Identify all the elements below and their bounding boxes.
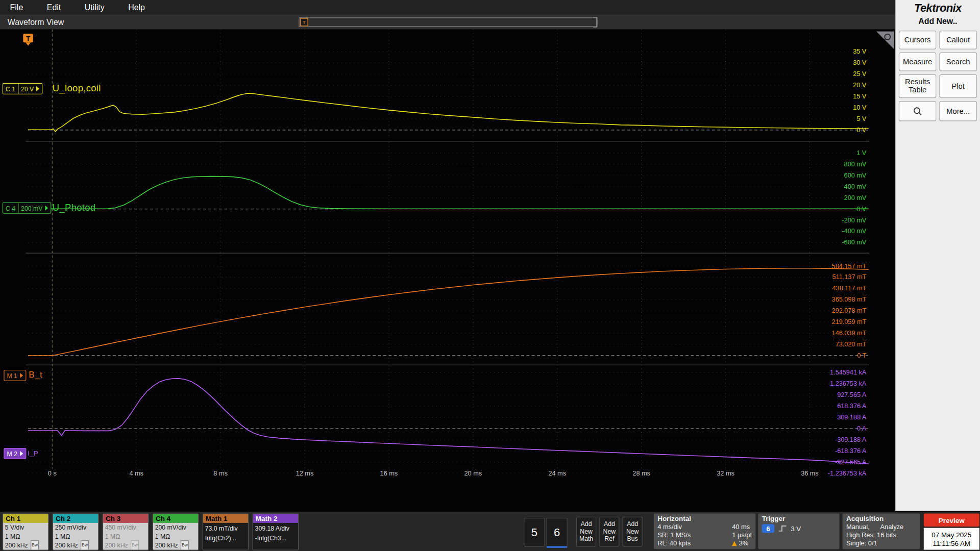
scale-label: 146.039 mT	[832, 330, 867, 337]
add-new-bus-button[interactable]: Add New Bus	[623, 517, 643, 547]
signal-label-bt: B_t	[29, 369, 42, 380]
add-new-ref-button[interactable]: Add New Ref	[599, 517, 619, 547]
menu-file[interactable]: File	[0, 3, 37, 12]
date-label: 07 May 2025	[932, 530, 971, 539]
scale-label: 584.157 mT	[832, 263, 867, 270]
channel-badge-row: 200 mV/div	[155, 523, 197, 532]
scale-label: 800 mV	[844, 161, 867, 168]
channel-badge-name: Math 1	[203, 514, 248, 523]
bandwidth-icon: Bw	[81, 540, 89, 550]
acquisition-panel[interactable]: Acquisition Manual, Analyze High Res: 16…	[843, 514, 920, 549]
group-button-5[interactable]: 5	[524, 518, 545, 546]
channel-badge-math-2[interactable]: Math 2309.18 A/div-Intg(Ch3...	[253, 514, 299, 550]
time-axis-label: 16 ms	[380, 470, 398, 477]
channel-badge-row: 73.0 mT/div	[205, 523, 247, 534]
scale-label: 309.188 A	[837, 414, 867, 421]
oscilloscope-screen: File Edit Utility Help Waveform View T 3…	[0, 0, 980, 551]
time-axis-label: 8 ms	[213, 470, 228, 477]
overview-endcap[interactable]	[593, 17, 597, 28]
scale-label: -400 mV	[842, 228, 866, 235]
bandwidth-icon: Bw	[180, 540, 189, 550]
scale-label: 365.098 mT	[832, 296, 867, 303]
search-button[interactable]: Search	[939, 53, 976, 71]
channel-badge-row: 200 kHzBw	[105, 540, 146, 550]
time-axis-label: 4 ms	[129, 470, 143, 477]
channel-badge-name: Ch 2	[53, 514, 98, 523]
scale-label: 30 V	[853, 59, 867, 66]
scale-label: 20 V	[853, 82, 867, 89]
preview-button[interactable]: Preview	[924, 514, 979, 527]
scale-label: 618.376 A	[837, 403, 867, 410]
waveform-plot-area[interactable]: 35 V30 V25 V20 V15 V10 V5 V0 V1 V800 mV6…	[0, 30, 895, 511]
menu-help[interactable]: Help	[118, 3, 159, 12]
time-axis-label: 0 s	[48, 470, 57, 477]
channel-badge-c4[interactable]: C 4 200 mV	[3, 203, 52, 214]
channel-badge-row: 5 V/div	[5, 523, 46, 532]
scale-label: 927.565 A	[837, 391, 867, 398]
add-new-title: Add New..	[896, 16, 980, 26]
channel-badge-ch-3[interactable]: Ch 3450 mV/div1 MΩ200 kHzBw	[103, 514, 149, 550]
signal-label-ip: I_P	[28, 449, 38, 457]
math-badge-m1[interactable]: M 1	[4, 370, 26, 381]
time-label: 11:11:56 AM	[933, 539, 970, 547]
waveform-svg: 35 V30 V25 V20 V15 V10 V5 V0 V1 V800 mV6…	[0, 30, 895, 511]
time-axis-label: 12 ms	[296, 470, 314, 477]
channel-badge-row: 200 kHzBw	[155, 540, 197, 550]
channel-badge-row: 309.18 A/div	[255, 523, 297, 534]
trigger-source-badge: 6	[762, 524, 775, 533]
cursors-button[interactable]: Cursors	[899, 31, 936, 49]
scale-label: -600 mV	[842, 239, 866, 246]
scale-label: 1.545941 kA	[830, 369, 867, 376]
channel-badge-ch-2[interactable]: Ch 2250 mV/div1 MΩ200 kHzBw	[53, 514, 99, 550]
scale-label: -309.188 A	[835, 436, 867, 443]
zoom-overview-bar[interactable]: T	[299, 17, 597, 27]
time-axis-label: 28 ms	[632, 470, 650, 477]
acquisition-single: Single: 0/1	[846, 539, 877, 547]
c1-badge-scale: 20 V	[21, 85, 34, 92]
acquisition-analyze: Analyze	[880, 523, 903, 531]
trigger-panel[interactable]: Trigger 63 V	[758, 514, 839, 549]
measure-button[interactable]: Measure	[899, 53, 936, 71]
trace-math1	[28, 268, 869, 356]
bandwidth-icon: Bw	[31, 540, 39, 550]
menu-utility[interactable]: Utility	[75, 3, 118, 12]
scale-label: 400 mV	[844, 183, 867, 190]
scale-label: 292.078 mT	[832, 307, 867, 314]
tektronix-logo: Tektronix	[896, 2, 980, 15]
zoom-button[interactable]	[899, 101, 936, 121]
math-badge-m2[interactable]: M 2	[4, 448, 26, 459]
trigger-position-icon[interactable]: T	[300, 18, 308, 27]
scale-label: 5 V	[856, 115, 867, 122]
callout-button[interactable]: Callout	[939, 31, 976, 49]
channel-badge-name: Ch 4	[153, 514, 198, 523]
channel-badge-row: 200 kHzBw	[5, 540, 46, 550]
scale-label: 35 V	[853, 48, 867, 55]
horizontal-window: 40 ms	[732, 523, 752, 531]
trigger-level: 3 V	[791, 525, 801, 533]
more-button[interactable]: More...	[939, 101, 976, 121]
acquisition-title: Acquisition	[846, 515, 916, 522]
horizontal-panel[interactable]: Horizontal 4 ms/div 40 ms SR: 1 MS/s 1 µ…	[654, 514, 756, 549]
scale-label: 600 mV	[844, 172, 867, 179]
trigger-marker-icon[interactable]: T	[23, 34, 33, 42]
scale-label: 511.137 mT	[832, 273, 867, 281]
channel-badge-ch-4[interactable]: Ch 4200 mV/div1 MΩ200 kHzBw	[153, 514, 199, 550]
channel-badge-c1[interactable]: C 1 20 V	[3, 83, 43, 94]
group-button-6[interactable]: 6	[546, 518, 568, 548]
channel-badge-strip: Ch 15 V/div1 MΩ200 kHzBwCh 2250 mV/div1 …	[3, 514, 299, 550]
scale-label: 15 V	[853, 93, 867, 100]
scale-label: 0 V	[856, 206, 867, 213]
channel-badge-math-1[interactable]: Math 173.0 mT/divIntg(Ch2)...	[203, 514, 249, 550]
channel-badge-ch-1[interactable]: Ch 15 V/div1 MΩ200 kHzBw	[3, 514, 49, 550]
plot-button[interactable]: Plot	[939, 74, 976, 98]
channel-badge-body: 250 mV/div1 MΩ200 kHzBw	[53, 523, 98, 550]
magnifier-icon	[913, 106, 923, 116]
channel-badge-body: 200 mV/div1 MΩ200 kHzBw	[153, 523, 198, 550]
c4-badge-scale: 200 mV	[21, 205, 42, 211]
channel-badge-row: 200 kHzBw	[55, 540, 96, 550]
add-new-math-button[interactable]: Add New Math	[576, 517, 596, 547]
results-table-button[interactable]: Results Table	[899, 74, 936, 98]
channel-badge-body: 73.0 mT/divIntg(Ch2)...	[203, 523, 248, 544]
menu-edit[interactable]: Edit	[37, 3, 75, 12]
channel-badge-name: Math 2	[253, 514, 298, 523]
